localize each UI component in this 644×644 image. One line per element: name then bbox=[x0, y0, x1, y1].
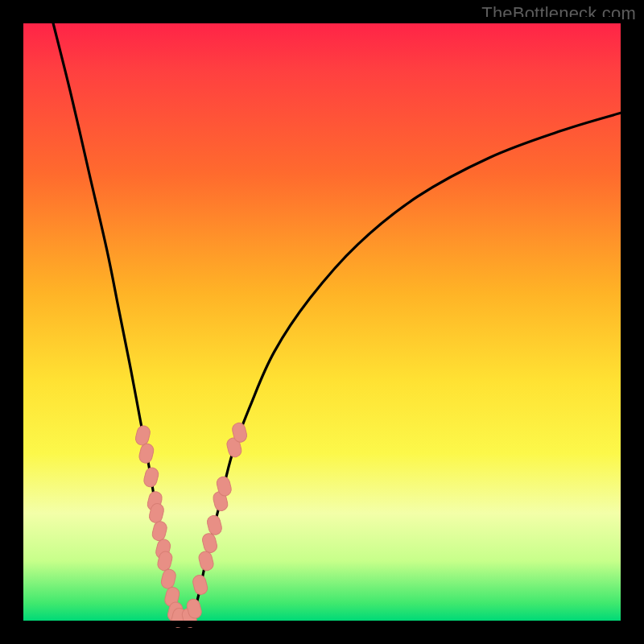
curve-layer bbox=[53, 23, 621, 621]
plot-area bbox=[23, 23, 621, 621]
datapoint-marker bbox=[142, 466, 159, 488]
series-right-branch bbox=[192, 113, 621, 621]
datapoint-marker bbox=[192, 574, 208, 596]
datapoint-marker bbox=[197, 550, 214, 572]
chart-stage: TheBottleneck.com bbox=[0, 0, 644, 644]
datapoint-marker bbox=[160, 568, 177, 589]
frame-top bbox=[23, 17, 621, 23]
chart-svg bbox=[23, 23, 621, 621]
datapoint-marker bbox=[151, 520, 168, 542]
datapoint-marker bbox=[206, 514, 223, 536]
marker-layer bbox=[134, 422, 249, 629]
datapoint-marker bbox=[138, 443, 155, 464]
datapoint-marker bbox=[201, 532, 218, 554]
datapoint-marker bbox=[134, 424, 151, 446]
frame-bottom bbox=[23, 621, 621, 627]
